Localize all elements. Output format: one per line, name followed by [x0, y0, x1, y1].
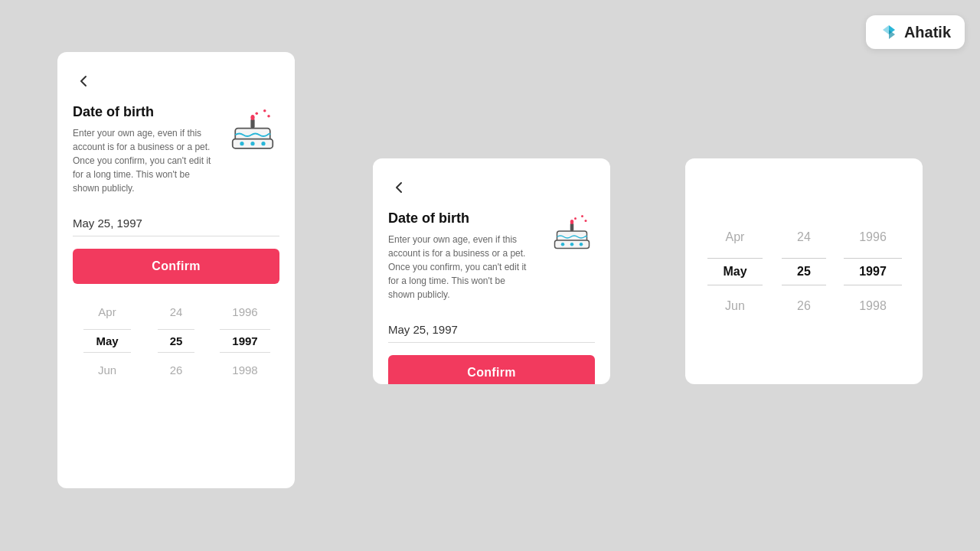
year-1997[interactable]: 1997	[220, 329, 270, 353]
card-date-picker-only: Apr May Jun 24 25 26 1996 1997 1998	[685, 158, 923, 384]
month-may-3[interactable]: May	[707, 258, 762, 285]
confirm-button[interactable]: Confirm	[73, 249, 279, 284]
day-26[interactable]: 26	[164, 360, 189, 380]
selected-date: May 25, 1997	[73, 210, 279, 236]
card-header-2: Date of birth Enter your own age, even i…	[388, 210, 595, 302]
day-26-3[interactable]: 26	[789, 296, 818, 316]
day-24-3[interactable]: 24	[789, 227, 818, 247]
month-jun-3[interactable]: Jun	[717, 296, 753, 316]
card-text-block: Date of birth Enter your own age, even i…	[73, 104, 218, 195]
month-column: Apr May Jun	[80, 302, 134, 380]
ahatik-logo: Ahatik	[866, 15, 965, 49]
svg-point-3	[256, 112, 259, 116]
year-column-3: 1996 1997 1998	[842, 227, 903, 316]
svg-point-21	[570, 243, 574, 246]
card-description-2: Enter your own age, even if this account…	[388, 233, 534, 302]
card-title: Date of birth	[73, 104, 218, 120]
svg-marker-2	[883, 25, 889, 34]
month-apr[interactable]: Apr	[92, 302, 122, 321]
month-column-3: Apr May Jun	[704, 227, 766, 316]
year-1996[interactable]: 1996	[226, 302, 263, 321]
date-picker-standalone: Apr May Jun 24 25 26 1996 1997 1998	[701, 227, 907, 316]
svg-rect-16	[570, 223, 574, 232]
svg-point-13	[574, 217, 577, 220]
svg-point-17	[570, 220, 574, 224]
svg-point-20	[561, 243, 565, 246]
day-24[interactable]: 24	[164, 302, 189, 321]
month-jun[interactable]: Jun	[92, 360, 122, 380]
svg-point-15	[585, 220, 587, 222]
back-button-2[interactable]	[388, 177, 410, 198]
card-text-block-2: Date of birth Enter your own age, even i…	[388, 210, 534, 302]
selected-date-2: May 25, 1997	[388, 317, 595, 343]
svg-point-22	[580, 243, 583, 246]
cake-icon-2	[549, 210, 595, 256]
ahatik-logo-icon	[880, 23, 898, 41]
day-column: 24 25 26	[149, 302, 203, 380]
card-description: Enter your own age, even if this account…	[73, 126, 218, 195]
year-1996-3[interactable]: 1996	[851, 227, 894, 247]
svg-point-10	[240, 142, 243, 145]
year-1998[interactable]: 1998	[226, 360, 263, 380]
card-dob-compact: Date of birth Enter your own age, even i…	[373, 158, 610, 384]
card-header: Date of birth Enter your own age, even i…	[73, 104, 279, 195]
year-1998-3[interactable]: 1998	[851, 296, 894, 316]
back-button[interactable]	[73, 70, 94, 92]
svg-point-7	[250, 115, 254, 120]
card-dob-full: Date of birth Enter your own age, even i…	[57, 52, 295, 488]
card-title-2: Date of birth	[388, 210, 534, 227]
cake-icon	[226, 104, 279, 158]
svg-point-5	[267, 115, 270, 118]
month-may[interactable]: May	[83, 329, 130, 353]
brand-name: Ahatik	[904, 24, 951, 41]
day-25-3[interactable]: 25	[782, 258, 826, 285]
confirm-button-2[interactable]: Confirm	[388, 355, 595, 384]
svg-point-4	[263, 109, 266, 112]
day-column-3: 24 25 26	[773, 227, 835, 316]
svg-rect-6	[250, 119, 254, 128]
month-apr-3[interactable]: Apr	[718, 227, 753, 247]
svg-point-12	[261, 142, 265, 145]
year-column: 1996 1997 1998	[218, 302, 272, 380]
year-1997-3[interactable]: 1997	[844, 258, 902, 285]
svg-point-11	[250, 142, 254, 145]
day-25[interactable]: 25	[158, 329, 195, 353]
date-picker: Apr May Jun 24 25 26 1996 1997 1998	[73, 302, 279, 380]
svg-point-14	[581, 215, 583, 217]
